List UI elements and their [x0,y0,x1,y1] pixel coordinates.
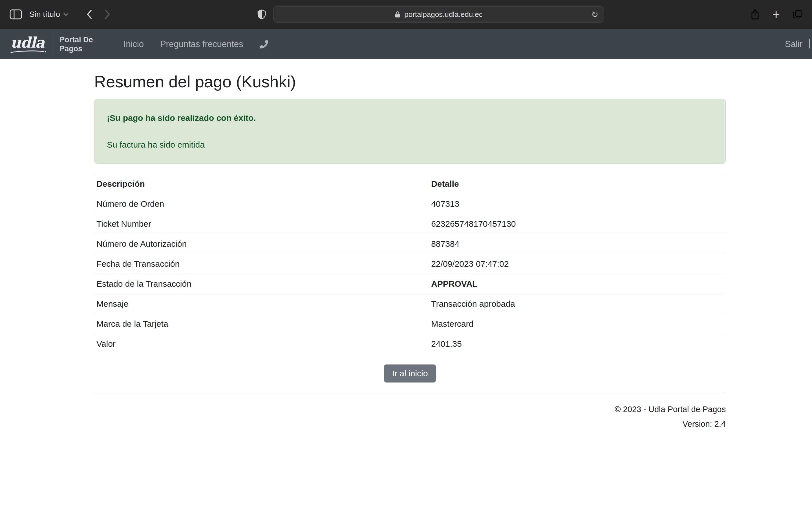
alert-line1: ¡Su pago ha sido realizado con éxito. [107,112,713,124]
row-label: Fecha de Transacción [94,254,429,274]
copyright-text: © 2023 - Udla Portal de Pagos [94,405,726,414]
forward-button[interactable] [105,9,111,19]
page-footer: © 2023 - Udla Portal de Pagos Version: 2… [94,405,726,429]
browser-chrome: Sin título [0,0,812,29]
row-value: 887384 [429,234,726,254]
table-row: Ticket Number 623265748170457130 [94,214,726,234]
new-tab-button[interactable]: + [772,8,780,21]
sidebar-icon [10,9,22,19]
row-value: APPROVAL [429,274,726,294]
main-content: Resumen del pago (Kushki) ¡Su pago ha si… [94,72,726,429]
tab-group-title: Sin título [29,10,60,19]
alert-line2: Su factura ha sido emitida [107,138,713,151]
row-value: Transacción aprobada [429,294,726,314]
table-row: Marca de la Tarjeta Mastercard [94,314,726,334]
tab-overview-button[interactable] [793,10,802,18]
brand-text: Portal De Pagos [59,35,93,54]
nav-link-preguntas-frecuentes[interactable]: Preguntas frecuentes [160,39,243,49]
url-field[interactable]: portalpagos.udla.edu.ec ↻ [273,6,604,22]
row-label: Mensaje [94,294,429,314]
brand-logo[interactable]: udla Portal De Pagos [10,34,93,55]
go-home-button[interactable]: Ir al inicio [384,364,436,383]
chrome-left-controls: Sin título [10,9,111,19]
site-navbar: udla Portal De Pagos Inicio Preguntas fr… [0,29,812,59]
success-alert: ¡Su pago ha sido realizado con éxito. Su… [94,99,726,164]
refresh-button[interactable]: ↻ [590,9,600,20]
brand-text-line1: Portal De [59,35,93,44]
row-value: 623265748170457130 [429,214,726,234]
table-header-descripcion: Descripción [94,174,429,194]
row-value: 407313 [429,194,726,214]
refresh-icon: ↻ [591,10,598,19]
udla-logo: udla [10,35,47,53]
sidebar-toggle-button[interactable] [10,9,22,19]
plus-icon: + [772,8,780,21]
table-header-row: Descripción Detalle [94,174,726,194]
phone-link[interactable] [260,40,268,48]
row-label: Marca de la Tarjeta [94,314,429,334]
brand-text-line2: Pagos [59,44,93,53]
table-row: Número de Orden 407313 [94,194,726,214]
url-text: portalpagos.udla.edu.ec [404,10,483,19]
payment-detail-table: Descripción Detalle Número de Orden 4073… [94,174,726,354]
shield-icon [257,9,266,19]
back-button[interactable] [86,9,92,19]
row-label: Número de Orden [94,194,429,214]
chevron-right-icon [105,9,111,19]
chrome-right-controls: + [751,8,802,21]
chevron-left-icon [86,9,92,19]
row-label: Estado de la Transacción [94,274,429,294]
row-label: Valor [94,334,429,354]
nav-link-inicio[interactable]: Inicio [123,39,144,49]
brand-divider [53,34,53,55]
version-text: Version: 2.4 [94,419,726,429]
share-icon [751,9,759,20]
row-label: Número de Autorización [94,234,429,254]
row-value: 2401.35 [429,334,726,354]
table-row: Fecha de Transacción 22/09/2023 07:47:02 [94,254,726,274]
lock-icon [395,11,400,18]
table-row: Valor 2401.35 [94,334,726,354]
share-button[interactable] [751,9,759,20]
button-row: Ir al inicio [94,364,726,383]
phone-icon [260,40,268,48]
table-row: Mensaje Transacción aprobada [94,294,726,314]
nav-edge-divider [809,39,810,48]
row-value: 22/09/2023 07:47:02 [429,254,726,274]
table-row: Estado de la Transacción APPROVAL [94,274,726,294]
table-row: Número de Autorización 887384 [94,234,726,254]
page-title: Resumen del pago (Kushki) [94,72,726,91]
tab-group-menu[interactable]: Sin título [29,10,68,19]
chrome-address-area: portalpagos.udla.edu.ec ↻ [111,6,751,22]
privacy-report-button[interactable] [257,9,266,19]
row-label: Ticket Number [94,214,429,234]
table-header-detalle: Detalle [429,174,726,194]
chevron-down-icon [63,13,68,16]
logout-link[interactable]: Salir [785,39,802,49]
nav-links: Inicio Preguntas frecuentes [123,39,268,49]
payment-table-body: Número de Orden 407313 Ticket Number 623… [94,194,726,354]
tabs-icon [793,10,802,18]
row-value: Mastercard [429,314,726,334]
logo-swoosh [10,50,47,53]
content-divider [94,393,726,393]
logo-script-text: udla [10,35,44,50]
